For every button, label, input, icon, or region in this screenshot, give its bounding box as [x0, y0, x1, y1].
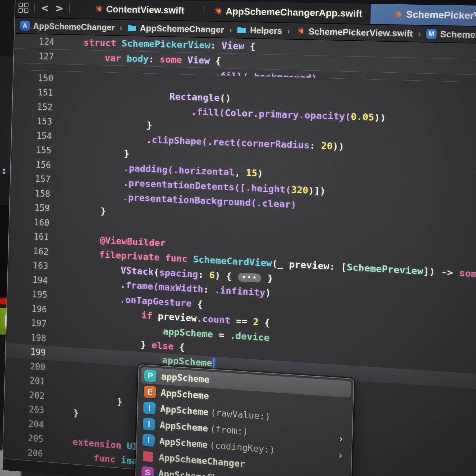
- line-number[interactable]: 160: [9, 216, 59, 228]
- breadcrumb-label: AppSchemeChanger: [140, 23, 224, 35]
- code-token: body: [127, 53, 149, 64]
- line-number[interactable]: 205: [3, 431, 53, 445]
- line-number[interactable]: 195: [7, 288, 57, 301]
- line-number[interactable]: 124: [14, 36, 64, 47]
- code-token: maxWidth: [159, 282, 203, 295]
- code-token: =: [213, 329, 230, 340]
- tab-appschemechangerapp-swift[interactable]: AppSchemeChangerApp.swift: [204, 1, 371, 24]
- line-number[interactable]: 199: [6, 345, 55, 358]
- code-token: 2: [253, 317, 259, 328]
- line-number[interactable]: 152: [13, 101, 62, 113]
- nav-forward-button[interactable]: >: [55, 3, 63, 14]
- tab-label: AppSchemeChangerApp.swift: [225, 6, 362, 19]
- code-token: View: [221, 40, 244, 51]
- code-token: 15: [246, 168, 258, 178]
- divider: [34, 3, 35, 13]
- code-token: :: [198, 269, 210, 280]
- tab-label: ContentView.swift: [106, 4, 185, 16]
- swift-icon: [295, 26, 305, 36]
- line-number[interactable]: 197: [7, 316, 56, 329]
- line-number[interactable]: 198: [6, 331, 56, 344]
- completion-detail: (rawValue:): [211, 408, 271, 422]
- breadcrumb-item-group[interactable]: AppSchemeChanger: [127, 23, 224, 35]
- line-number[interactable]: 127: [14, 51, 63, 62]
- code-token: }: [140, 339, 152, 350]
- code-token: ): [257, 168, 263, 179]
- tab-schemepickerview-swift[interactable]: SchemePickerView.swift: [371, 4, 476, 28]
- line-number[interactable]: 204: [4, 417, 53, 430]
- line-number[interactable]: 201: [5, 374, 55, 387]
- code-token: VStack: [121, 265, 154, 277]
- code-token: appScheme: [163, 326, 213, 339]
- code-token: func: [165, 253, 193, 264]
- code-token: }: [261, 272, 273, 284]
- code-token: 320: [291, 184, 308, 195]
- code-text: struct SchemePickerView: View {: [84, 37, 256, 52]
- breadcrumb-item-file[interactable]: SchemePickerView.swift: [295, 26, 413, 39]
- line-number[interactable]: 200: [5, 360, 55, 373]
- line-number[interactable]: 154: [12, 130, 61, 141]
- nav-back-button[interactable]: <: [41, 3, 49, 13]
- e-type-badge-icon: E: [143, 385, 156, 398]
- i-type-badge-icon: I: [143, 418, 155, 431]
- editor-layout-icon[interactable]: [19, 3, 29, 13]
- line-number[interactable]: 151: [13, 87, 62, 98]
- line-number[interactable]: 196: [7, 302, 57, 315]
- code-text: }: [117, 396, 122, 407]
- code-token: }: [73, 408, 79, 418]
- code-token: )]): [308, 185, 326, 196]
- line-number[interactable]: 202: [5, 388, 54, 402]
- code-text: }: [100, 206, 106, 216]
- code-token: .fill(: [191, 106, 225, 118]
- line-number[interactable]: 163: [8, 259, 58, 272]
- line-number[interactable]: 155: [11, 144, 61, 156]
- line-number[interactable]: 161: [9, 230, 59, 243]
- line-number[interactable]: 203: [4, 403, 54, 416]
- breadcrumb-item-project[interactable]: A AppSchemeChanger: [20, 20, 115, 32]
- code-text: }: [124, 148, 130, 159]
- code-token: extension: [72, 436, 127, 451]
- code-token: {: [174, 341, 185, 352]
- line-number[interactable]: 194: [8, 273, 57, 286]
- swift-icon: [93, 4, 103, 14]
- code-fold-pill[interactable]: •••: [238, 273, 261, 283]
- code-token: ==: [230, 315, 253, 327]
- chevron-right-icon: ›: [286, 26, 291, 36]
- autocomplete-popup: PappSchemeEAppSchemeIAppScheme(rawValue:…: [135, 364, 354, 476]
- line-number[interactable]: 157: [11, 173, 60, 185]
- breadcrumb-label: AppSchemeChanger: [33, 21, 115, 32]
- completion-list: PappSchemeEAppSchemeIAppScheme(rawValue:…: [138, 367, 351, 476]
- tab-contentview-swift[interactable]: ContentView.swift: [74, 0, 204, 21]
- chevron-right-icon: ›: [417, 28, 422, 39]
- code-token: some: [459, 267, 476, 280]
- code-token: :: [309, 140, 321, 151]
- code-token: }: [117, 396, 122, 407]
- code-text: var body: some View {: [105, 53, 221, 66]
- code-token: ): [265, 288, 271, 298]
- code-token: cornerRadius: [241, 138, 310, 150]
- line-number[interactable]: 206: [3, 446, 53, 459]
- code-token: {: [258, 317, 270, 328]
- completion-label: AppScheme: [160, 420, 208, 434]
- code-token: fileprivate: [99, 249, 165, 263]
- code-token: Rectangle: [169, 91, 220, 103]
- breadcrumb-item-helpers[interactable]: Helpers: [237, 25, 282, 36]
- code-token: {: [210, 55, 221, 66]
- code-token: .count: [197, 313, 231, 326]
- code-token: some: [160, 54, 188, 65]
- line-number[interactable]: 158: [10, 187, 60, 200]
- breadcrumb-item-method[interactable]: M SchemeCardView: [426, 29, 476, 41]
- code-token: ,: [234, 167, 246, 178]
- code-token: .onTapGesture: [120, 294, 192, 309]
- code-token: ima: [121, 455, 138, 466]
- line-number[interactable]: 150: [13, 72, 63, 84]
- code-token: 0.05: [351, 111, 375, 123]
- line-number[interactable]: 153: [12, 115, 61, 127]
- line-number[interactable]: 156: [11, 159, 60, 171]
- method-badge-icon: M: [426, 29, 437, 39]
- code-token: :: [148, 54, 160, 64]
- line-number[interactable]: 159: [10, 202, 59, 214]
- line-number[interactable]: 162: [9, 245, 58, 257]
- s-type-badge-icon: S: [141, 466, 154, 476]
- code-token: 6: [209, 270, 215, 281]
